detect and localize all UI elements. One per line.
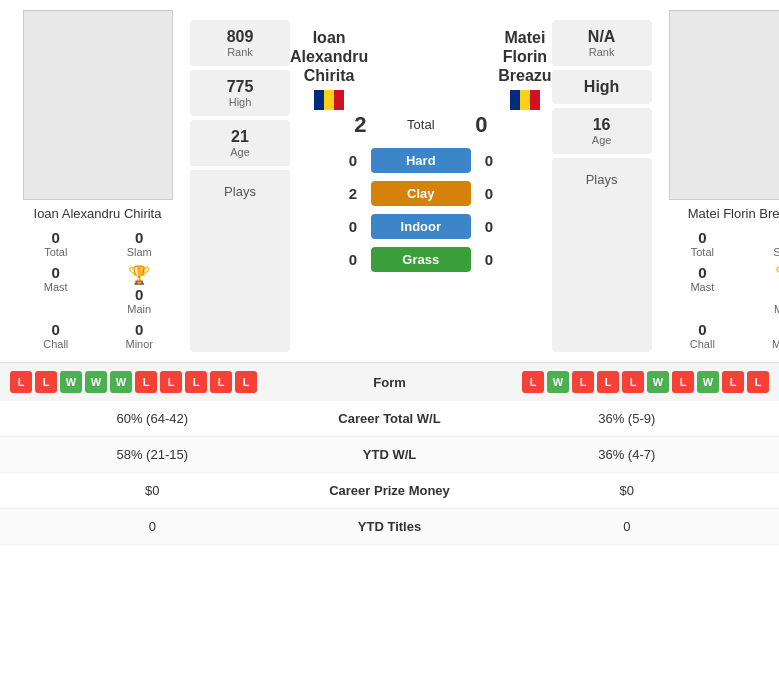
stat-box-age-right: 16 Age (552, 108, 652, 154)
form-badge-right-1: W (547, 371, 569, 393)
form-badge-right-0: L (522, 371, 544, 393)
indoor-row: 0 Indoor 0 (290, 214, 552, 239)
total-label: Total (381, 117, 461, 132)
form-badge-right-6: L (672, 371, 694, 393)
total-row: 2 Total 0 (348, 112, 494, 138)
form-badge-left-4: W (110, 371, 132, 393)
player-right-bottom-stats: 0 Total 0 Slam 0 Mast 🏆 0 Main 0 (652, 227, 779, 352)
stat-chall-left: 0 Chall (15, 319, 97, 352)
main-container: Ioan Alexandru Chirita 0 Total 0 Slam 0 … (0, 0, 779, 545)
form-badge-right-2: L (572, 371, 594, 393)
hard-row: 0 Hard 0 (290, 148, 552, 173)
stat-slam-left: 0 Slam (99, 227, 181, 260)
stats-right-3: 0 (490, 519, 765, 534)
clay-score-left: 2 (343, 185, 363, 202)
player-left-stats-boxes: 809 Rank 775 High 21 Age Plays (190, 20, 290, 352)
stats-row-0: 60% (64-42)Career Total W/L36% (5-9) (0, 401, 779, 437)
stats-left-3: 0 (15, 519, 290, 534)
clay-row: 2 Clay 0 (290, 181, 552, 206)
player-left-title: Ioan AlexandruChirita (290, 28, 368, 86)
form-badge-left-1: L (35, 371, 57, 393)
form-left: LLWWWLLLLL (10, 371, 330, 393)
stat-minor-right: 0 Minor (745, 319, 779, 352)
form-section: LLWWWLLLLL Form LWLLLWLWLL (0, 362, 779, 401)
stats-left-1: 58% (21-15) (15, 447, 290, 462)
flag-left (314, 90, 344, 110)
player-right-stats-boxes: N/A Rank High 16 Age Plays (552, 20, 652, 352)
hard-score-right: 0 (479, 152, 499, 169)
stats-left-2: $0 (15, 483, 290, 498)
stat-main-left: 🏆 0 Main (99, 262, 181, 317)
form-badge-right-5: W (647, 371, 669, 393)
form-badge-right-4: L (622, 371, 644, 393)
stat-mast-right: 0 Mast (662, 262, 744, 317)
stats-label-0: Career Total W/L (290, 411, 490, 426)
stat-main-right: 🏆 0 Main (745, 262, 779, 317)
grass-row: 0 Grass 0 (290, 247, 552, 272)
form-badge-left-0: L (10, 371, 32, 393)
stat-total-left: 0 Total (15, 227, 97, 260)
form-badge-left-3: W (85, 371, 107, 393)
stat-box-high-left: 775 High (190, 70, 290, 116)
trophy-icon-left: 🏆 (128, 264, 150, 286)
stat-box-age-left: 21 Age (190, 120, 290, 166)
player-right: Matei Florin Breazu 0 Total 0 Slam 0 Mas… (652, 10, 779, 352)
stat-box-rank-right: N/A Rank (552, 20, 652, 66)
stat-chall-right: 0 Chall (662, 319, 744, 352)
stats-row-3: 0YTD Titles0 (0, 509, 779, 545)
player-left-photo (23, 10, 173, 200)
players-section: Ioan Alexandru Chirita 0 Total 0 Slam 0 … (0, 0, 779, 362)
stat-box-high-right: High (552, 70, 652, 104)
player-right-title: Matei FlorinBreazu (498, 28, 551, 86)
player-left-bottom-stats: 0 Total 0 Slam 0 Mast 🏆 0 Main 0 (5, 227, 190, 352)
stats-table: 60% (64-42)Career Total W/L36% (5-9)58% … (0, 401, 779, 545)
stats-right-0: 36% (5-9) (490, 411, 765, 426)
center-section: Ioan AlexandruChirita Matei FlorinBreazu… (290, 10, 552, 352)
form-badge-right-7: W (697, 371, 719, 393)
hard-score-left: 0 (343, 152, 363, 169)
stat-mast-left: 0 Mast (15, 262, 97, 317)
clay-score-right: 0 (479, 185, 499, 202)
grass-score-right: 0 (479, 251, 499, 268)
stats-label-2: Career Prize Money (290, 483, 490, 498)
stat-total-right: 0 Total (662, 227, 744, 260)
stats-left-0: 60% (64-42) (15, 411, 290, 426)
indoor-score-right: 0 (479, 218, 499, 235)
form-badge-right-3: L (597, 371, 619, 393)
stat-box-plays-left: Plays (190, 170, 290, 352)
form-badge-left-5: L (135, 371, 157, 393)
stats-label-1: YTD W/L (290, 447, 490, 462)
clay-button[interactable]: Clay (371, 181, 471, 206)
form-badge-right-9: L (747, 371, 769, 393)
form-badge-left-9: L (235, 371, 257, 393)
indoor-button[interactable]: Indoor (371, 214, 471, 239)
flag-left-container (290, 90, 368, 110)
form-badge-left-7: L (185, 371, 207, 393)
form-badge-left-8: L (210, 371, 232, 393)
trophy-icon-right: 🏆 (775, 264, 779, 286)
form-label: Form (330, 375, 450, 390)
grass-button[interactable]: Grass (371, 247, 471, 272)
stats-row-2: $0Career Prize Money$0 (0, 473, 779, 509)
form-badge-right-8: L (722, 371, 744, 393)
form-badge-left-6: L (160, 371, 182, 393)
stats-right-2: $0 (490, 483, 765, 498)
stats-label-3: YTD Titles (290, 519, 490, 534)
hard-button[interactable]: Hard (371, 148, 471, 173)
surface-rows: 0 Hard 0 2 Clay 0 0 Indoor 0 0 Grass (290, 148, 552, 272)
flag-right-container (498, 90, 551, 110)
flag-right (510, 90, 540, 110)
total-score-right: 0 (469, 112, 494, 138)
form-badge-left-2: W (60, 371, 82, 393)
stat-slam-right: 0 Slam (745, 227, 779, 260)
stats-row-1: 58% (21-15)YTD W/L36% (4-7) (0, 437, 779, 473)
form-right: LWLLLWLWLL (450, 371, 770, 393)
stats-right-1: 36% (4-7) (490, 447, 765, 462)
player-left-name: Ioan Alexandru Chirita (34, 206, 162, 221)
high-value-right: High (558, 78, 646, 96)
stat-minor-left: 0 Minor (99, 319, 181, 352)
player-right-photo (669, 10, 779, 200)
total-score-left: 2 (348, 112, 373, 138)
grass-score-left: 0 (343, 251, 363, 268)
player-right-name: Matei Florin Breazu (688, 206, 779, 221)
